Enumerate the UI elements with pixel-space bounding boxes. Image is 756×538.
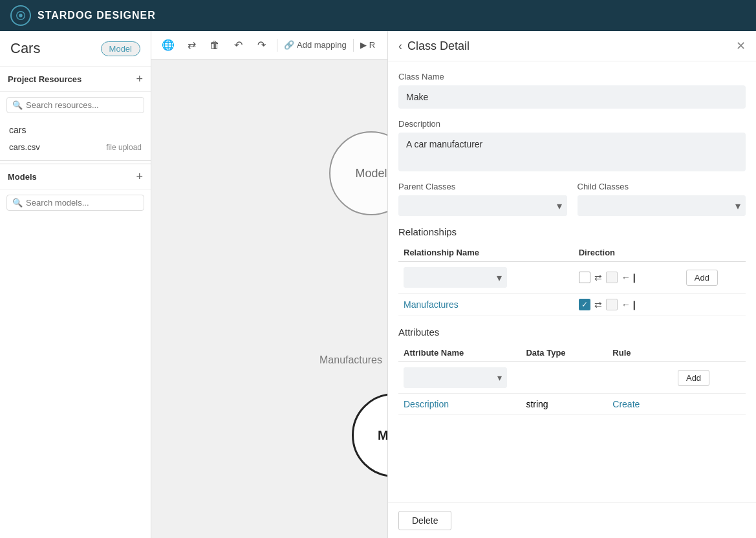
label-manufactures: Manufactures — [319, 354, 382, 366]
project-resources-header: Project Resources + — [0, 67, 151, 92]
rel-add-cell-1[interactable]: Add — [681, 262, 746, 294]
page-title: Cars — [10, 40, 40, 57]
attributes-table: Attribute Name Data Type Rule — [398, 344, 746, 415]
manufactures-link[interactable]: Manufactures — [404, 299, 459, 310]
search-models-input[interactable] — [26, 198, 138, 208]
panel-title: Class Detail — [407, 39, 470, 53]
rel-add-button[interactable]: Add — [686, 270, 718, 286]
attr-description-link[interactable]: Description — [404, 399, 449, 409]
dir-arrow-1b: ←❙ — [621, 272, 638, 283]
panel-close-button[interactable]: ✕ — [736, 39, 746, 53]
attr-col-rule-header: Rule — [607, 344, 673, 362]
models-label: Models — [8, 172, 37, 182]
node-make[interactable]: Make — [352, 393, 387, 477]
left-panel: Cars Model Project Resources + 🔍 cars ca… — [0, 31, 151, 538]
parent-classes-label: Parent Classes — [398, 182, 567, 191]
resource-file-type: file upload — [106, 143, 142, 152]
search-resources-input[interactable] — [26, 100, 138, 110]
dir-checkbox-1b[interactable] — [606, 272, 618, 283]
divider — [0, 160, 151, 161]
attributes-section-title: Attributes — [398, 327, 746, 338]
attr-row1-name-cell[interactable]: Description — [398, 394, 521, 415]
rel-row2-dir-cell: ✓ ⇄ ←❙ — [574, 294, 681, 316]
dir-controls-2: ✓ ⇄ ←❙ — [579, 299, 676, 310]
canvas-svg — [151, 31, 387, 538]
add-resource-button[interactable]: + — [136, 73, 143, 85]
panel-footer: Delete — [388, 502, 756, 538]
right-panel: ‹ Class Detail ✕ Class Name Make Descrip… — [387, 31, 756, 538]
relationships-section-title: Relationships — [398, 226, 746, 237]
dir-checkbox-2b[interactable] — [606, 299, 618, 310]
project-resources-label: Project Resources — [8, 74, 81, 84]
child-classes-label: Child Classes — [578, 182, 746, 191]
model-badge-btn[interactable]: Model — [101, 41, 140, 56]
rel-name-select[interactable] — [404, 267, 507, 288]
node-model[interactable]: Model — [329, 131, 387, 215]
delete-button[interactable]: Delete — [398, 511, 451, 530]
attr-row1-type-cell: string — [521, 394, 607, 415]
relationships-table: Relationship Name Direction — [398, 244, 746, 316]
search-resources-box[interactable]: 🔍 — [6, 97, 144, 113]
parent-child-classes: Parent Classes Child Classes — [398, 182, 746, 216]
dir-arrow-2: ⇄ — [594, 299, 602, 310]
attr-row-empty-rule — [607, 362, 673, 394]
logo-icon — [10, 5, 31, 26]
attr-name-select-wrapper[interactable] — [404, 367, 507, 388]
dir-arrow-2b: ←❙ — [621, 299, 638, 310]
search-resources-icon: 🔍 — [12, 100, 23, 110]
dir-arrow-1: ⇄ — [594, 272, 602, 283]
dir-checkbox-2a[interactable]: ✓ — [579, 299, 590, 310]
rel-row1-dir-cell: ⇄ ←❙ — [574, 262, 681, 294]
app-title: STARDOG DESIGNER — [38, 10, 156, 21]
panel-back-button[interactable]: ‹ — [398, 39, 402, 53]
attr-name-select[interactable] — [404, 367, 507, 388]
parent-classes-select-wrapper[interactable] — [398, 195, 567, 216]
search-models-icon: 🔍 — [12, 198, 23, 208]
add-model-button[interactable]: + — [136, 171, 143, 182]
rel-row1-name-cell[interactable] — [398, 262, 574, 294]
list-item[interactable]: cars — [0, 121, 151, 139]
rel-col-dir-header: Direction — [574, 244, 681, 262]
attr-add-cell[interactable]: Add — [673, 362, 746, 394]
panel-header: ‹ Class Detail ✕ — [388, 31, 756, 61]
rel-name-select-wrapper[interactable] — [404, 267, 507, 288]
child-classes-select-wrapper[interactable] — [578, 195, 746, 216]
table-row: Add — [398, 362, 746, 394]
svg-point-1 — [19, 14, 22, 17]
attr-row1-rule-cell[interactable]: Create — [607, 394, 673, 415]
class-name-label: Class Name — [398, 72, 746, 81]
canvas-content: Model 3 Manufactures Make 1 su — [151, 31, 387, 538]
rel-row2-empty-cell — [681, 294, 746, 316]
list-item[interactable]: cars.csv file upload — [0, 139, 151, 155]
models-header: Models + — [0, 164, 151, 189]
attr-col-type-header: Data Type — [521, 344, 607, 362]
rel-row2-name-cell[interactable]: Manufactures — [398, 294, 574, 316]
app-header: STARDOG DESIGNER — [0, 0, 756, 31]
child-classes-col: Child Classes — [578, 182, 746, 216]
page-title-bar: Cars Model — [0, 31, 151, 67]
dir-controls-1: ⇄ ←❙ — [579, 272, 676, 283]
table-row: Manufactures ✓ ⇄ ←❙ — [398, 294, 746, 316]
attr-row-empty-name[interactable] — [398, 362, 607, 394]
parent-classes-select[interactable] — [398, 195, 567, 216]
description-label: Description — [398, 119, 746, 129]
table-row: ⇄ ←❙ Add — [398, 262, 746, 294]
resource-file-name: cars.csv — [9, 142, 40, 152]
description-value: A car manufacturer — [398, 133, 746, 171]
canvas-area: 🌐 ⇄ 🗑 ↶ ↷ 🔗 Add mapping ▶ R — [151, 31, 387, 538]
dir-checkbox-1a[interactable] — [579, 272, 590, 283]
parent-classes-col: Parent Classes — [398, 182, 567, 216]
rel-col-name-header: Relationship Name — [398, 244, 574, 262]
resource-list: cars cars.csv file upload — [0, 118, 151, 158]
attr-col-name-header: Attribute Name — [398, 344, 521, 362]
class-name-value: Make — [398, 85, 746, 109]
attr-create-link[interactable]: Create — [612, 399, 640, 409]
search-models-box[interactable]: 🔍 — [6, 195, 144, 211]
child-classes-select[interactable] — [578, 195, 746, 216]
panel-body: Class Name Make Description A car manufa… — [388, 61, 756, 502]
table-row: Description string Create — [398, 394, 746, 415]
models-section: Models + 🔍 — [0, 164, 151, 216]
main-container: Cars Model Project Resources + 🔍 cars ca… — [0, 31, 756, 538]
attr-add-button[interactable]: Add — [678, 370, 709, 386]
